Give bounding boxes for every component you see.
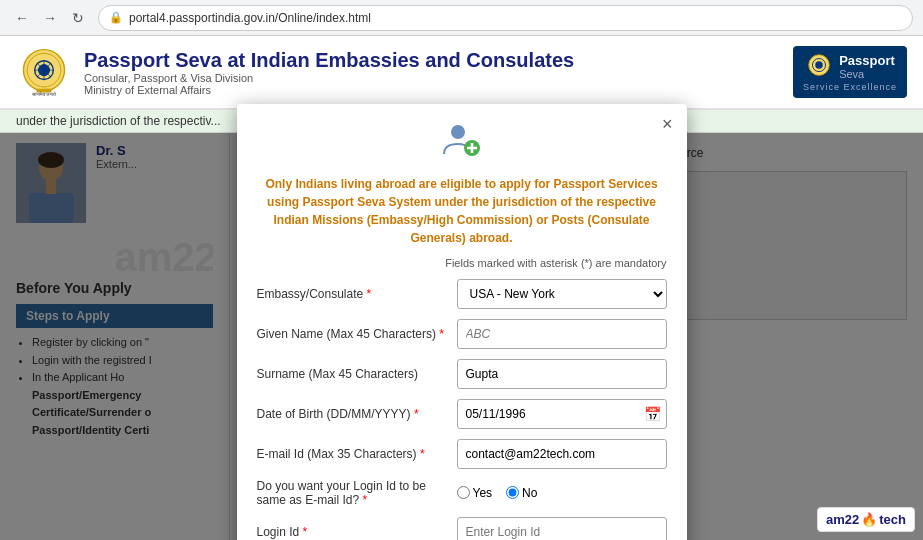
dob-input-wrapper: 📅: [457, 399, 667, 429]
radio-yes-option[interactable]: Yes: [457, 486, 493, 500]
email-input[interactable]: [457, 439, 667, 469]
modal-dialog: × Only Indians living abroad are eligibl…: [237, 104, 687, 541]
back-button[interactable]: ←: [10, 6, 34, 30]
radio-no-option[interactable]: No: [506, 486, 537, 500]
dob-row: Date of Birth (DD/MM/YYYY) * 📅: [257, 399, 667, 429]
india-emblem: सत्यमेव जयते: [16, 44, 72, 100]
nav-buttons[interactable]: ← → ↻: [10, 6, 90, 30]
header-text: Passport Seva at Indian Embassies and Co…: [84, 49, 574, 96]
email-label: E-mail Id (Max 35 Characters) *: [257, 447, 447, 461]
modal-close-button[interactable]: ×: [662, 114, 673, 135]
site-header: सत्यमेव जयते Passport Seva at Indian Emb…: [0, 36, 923, 110]
logo-sub: Seva: [839, 68, 895, 80]
surname-label: Surname (Max 45 Characters): [257, 367, 447, 381]
embassy-label: Embassy/Consulate *: [257, 287, 447, 301]
embassy-row: Embassy/Consulate * USA - New YorkUSA - …: [257, 279, 667, 309]
same-email-radio-group: Yes No: [457, 486, 667, 500]
svg-text:सत्यमेव जयते: सत्यमेव जयते: [31, 91, 56, 97]
dob-required: *: [414, 407, 419, 421]
lock-icon: 🔒: [109, 11, 123, 24]
svg-point-11: [815, 61, 822, 68]
given-name-label: Given Name (Max 45 Characters) *: [257, 327, 447, 341]
radio-no-label: No: [522, 486, 537, 500]
dob-input[interactable]: [457, 399, 667, 429]
modal-overlay[interactable]: × Only Indians living abroad are eligibl…: [0, 133, 923, 540]
surname-row: Surname (Max 45 Characters): [257, 359, 667, 389]
modal-icon: [257, 120, 667, 167]
passport-seva-logo: Passport Seva Service Excellence: [793, 46, 907, 98]
page-content: सत्यमेव जयते Passport Seva at Indian Emb…: [0, 36, 923, 540]
modal-warning-text: Only Indians living abroad are eligible …: [257, 175, 667, 247]
radio-yes-input[interactable]: [457, 486, 470, 499]
login-id-required: *: [303, 525, 308, 539]
body-area: Dr. S Extern... am22tech.com Before You …: [0, 133, 923, 540]
login-id-row: Login Id *: [257, 517, 667, 541]
radio-yes-label: Yes: [473, 486, 493, 500]
same-email-row: Do you want your Login Id to be same as …: [257, 479, 667, 507]
am22-text-blue: am22: [826, 512, 859, 527]
am22-fire-icon: 🔥: [861, 512, 877, 527]
embassy-select[interactable]: USA - New YorkUSA - ChicagoUSA - Houston…: [457, 279, 667, 309]
svg-point-18: [451, 125, 465, 139]
header-left: सत्यमेव जयते Passport Seva at Indian Emb…: [16, 44, 574, 100]
browser-bar: ← → ↻ 🔒 portal4.passportindia.gov.in/Onl…: [0, 0, 923, 36]
email-required: *: [420, 447, 425, 461]
same-email-required: *: [363, 493, 368, 507]
given-name-required: *: [439, 327, 444, 341]
address-bar[interactable]: 🔒 portal4.passportindia.gov.in/Online/in…: [98, 5, 913, 31]
subtitle2: Ministry of External Affairs: [84, 84, 574, 96]
am22-text-end: tech: [879, 512, 906, 527]
banner-text: under the jurisdiction of the respectiv.…: [16, 114, 221, 128]
same-email-label: Do you want your Login Id to be same as …: [257, 479, 447, 507]
url-text: portal4.passportindia.gov.in/Online/inde…: [129, 11, 371, 25]
dob-label: Date of Birth (DD/MM/YYYY) *: [257, 407, 447, 421]
login-id-label: Login Id *: [257, 525, 447, 539]
given-name-input[interactable]: [457, 319, 667, 349]
site-title: Passport Seva at Indian Embassies and Co…: [84, 49, 574, 72]
subtitle1: Consular, Passport & Visa Division: [84, 72, 574, 84]
logo-emblem-small: [805, 52, 833, 80]
modal-mandatory-note: Fields marked with asterisk (*) are mand…: [257, 257, 667, 269]
given-name-row: Given Name (Max 45 Characters) *: [257, 319, 667, 349]
surname-input[interactable]: [457, 359, 667, 389]
am22tech-badge: am22🔥tech: [817, 507, 915, 532]
refresh-button[interactable]: ↻: [66, 6, 90, 30]
logo-text-group: Passport Seva: [839, 53, 895, 80]
logo-tagline: Service Excellence: [803, 82, 897, 92]
logo-brand: Passport: [839, 53, 895, 68]
embassy-required: *: [367, 287, 372, 301]
radio-no-input[interactable]: [506, 486, 519, 499]
forward-button[interactable]: →: [38, 6, 62, 30]
calendar-icon[interactable]: 📅: [644, 406, 661, 422]
email-row: E-mail Id (Max 35 Characters) *: [257, 439, 667, 469]
logo-top: Passport Seva: [805, 52, 895, 80]
login-id-input[interactable]: [457, 517, 667, 541]
